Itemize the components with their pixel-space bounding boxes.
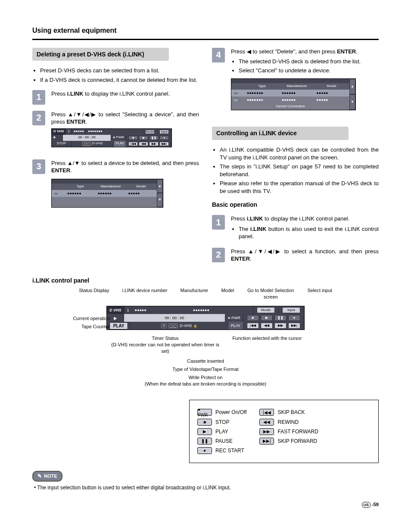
keyword-enter: ENTER	[51, 167, 70, 174]
cp-row-mid: 00 : 00 : 00 ● PWR ■ ▶ ❚❚ ●	[107, 314, 304, 322]
skip-fwd-button[interactable]: ▶▶|	[159, 142, 169, 146]
scroll-up-icon[interactable]: ▲	[349, 79, 355, 94]
top-callouts: Status Display i.LINK device number Manu…	[32, 287, 379, 300]
text: .	[356, 48, 358, 55]
table-row[interactable]: ▭ ●●●●●●● ●●●●●● ●●●●●	[231, 90, 349, 96]
bullet: Please also refer to the operation manua…	[220, 180, 379, 195]
section-heading-control: Controlling an i.LINK device	[212, 127, 349, 140]
table-row[interactable]: ▭ ●●●●●●● ●●●●●● ●●●●●	[231, 96, 349, 103]
col-manufacturer: Manufacturer	[282, 84, 312, 89]
pwr-button[interactable]: ● PWR	[111, 135, 126, 141]
cassette-icon: ◯◯	[168, 324, 178, 328]
stop-button[interactable]: ■	[128, 136, 138, 140]
callout-model: Model	[221, 287, 234, 300]
play-label: PLAY	[109, 322, 128, 330]
pwr-button[interactable]: ● PWR	[225, 314, 243, 322]
scroll-up-icon[interactable]: ▲	[157, 179, 163, 193]
step-number: 1	[212, 215, 225, 230]
callout-timer: Timer Status (D-VHS recorder can not be …	[109, 335, 221, 355]
label: Power On/Off	[215, 409, 246, 416]
figure-step2-panel: D VHS 1 ●●●●● ●●●●●●● Model Input ■ 00 :…	[51, 128, 172, 147]
legend-item-ffwd: ▶▶FAST FORWARD	[259, 428, 318, 435]
ffwd-button[interactable]: ▶▶	[274, 323, 286, 329]
scroll-down-icon[interactable]: ▼	[157, 193, 163, 207]
text: Press	[231, 215, 247, 222]
counter: 00 : 00 : 00	[63, 135, 111, 141]
dots: ●●●●●●●	[149, 306, 253, 314]
section-heading-delete: Deleting a preset D-VHS deck (i.LINK)	[32, 48, 169, 61]
text: to select "Delete", and then press	[251, 48, 337, 55]
skip-back-icon: |◀◀	[259, 409, 274, 416]
step-3: 3 Press ▲/▼ to select a device to be del…	[32, 159, 199, 214]
scrollbar[interactable]: ▲ ▼	[349, 79, 355, 110]
play-button[interactable]: ▶	[139, 136, 148, 140]
lock-icon: 🔒	[193, 324, 197, 328]
legend-item-skipfwd: ▶▶|SKIP FORWARD	[259, 438, 318, 445]
callout-tape-counter: Tape Counter	[41, 324, 110, 330]
panel-row-bot: STOP ◯◯D-VHS PLAY |◀◀◀◀▶▶▶▶|	[52, 141, 171, 147]
figure-step3-panel: Type Manufacturer Model ▭ ●●●●●● ●●●●●● …	[51, 179, 163, 208]
cell-model: ●●●●●	[316, 90, 347, 96]
bullet: The steps in "i.LINK Setup" on page 57 n…	[220, 163, 379, 178]
step-text: Press ▲/▼/◀/▶ to select a function, and …	[231, 248, 379, 263]
cp-row-top: D VHS 1 ●●●●● ●●●●●●● Model Input	[107, 306, 304, 314]
text: Press	[51, 90, 67, 97]
play-button[interactable]: ▶	[261, 315, 273, 321]
scrollbar[interactable]: ▲ ▼	[157, 179, 163, 207]
rec-button[interactable]: ●	[159, 136, 169, 140]
legend-item-play: ▶PLAY	[197, 428, 246, 435]
rewind-button[interactable]: ◀◀	[139, 142, 148, 146]
bullet: An i.LINK compatible D-VHS deck can be c…	[220, 146, 379, 161]
right-column: 4 Press ◀ to select "Delete", and then p…	[212, 48, 379, 269]
title-rule	[32, 39, 379, 40]
skip-back-button[interactable]: |◀◀	[247, 323, 259, 329]
stop-label: STOP	[52, 141, 72, 147]
text: Press	[231, 48, 247, 55]
rec-icon: ●	[197, 447, 212, 454]
cell-type: ●●●●●●	[67, 191, 93, 196]
control-panel: D VHS 1 ●●●●● ●●●●●●● Model Input 00 : 0…	[106, 306, 305, 330]
input-button[interactable]: Input	[159, 130, 169, 134]
step-2: 2 Press ▲/▼/◀/▶ to select "Selecting a d…	[32, 111, 199, 153]
col-type: Type	[67, 184, 93, 189]
dvhs-label: D-VHS	[92, 141, 103, 146]
play-small-highlight: PLAY	[228, 322, 243, 330]
control-panel-section: i.LINK control panel Status Display i.LI…	[32, 277, 379, 463]
model-button[interactable]: Model	[257, 307, 275, 313]
step-4: 4 Press ◀ to select "Delete", and then p…	[212, 48, 379, 117]
legend-item-rewind: ◀◀REWIND	[259, 419, 318, 426]
cancel-connection[interactable]: Cancel Connection	[231, 103, 349, 110]
figure-step4-panel: Type Manufacturer Model ▭ ●●●●●●● ●●●●●●…	[231, 78, 356, 110]
input-button[interactable]: Input	[282, 307, 300, 313]
step-number: 2	[32, 111, 45, 125]
skip-back-button[interactable]: |◀◀	[128, 142, 138, 146]
cell-type: ●●●●●●●	[247, 97, 277, 103]
model-button[interactable]: Model	[145, 130, 155, 134]
step-number: 4	[212, 48, 225, 62]
pwr-icon: ● PWR	[197, 409, 212, 416]
keyword-enter: ENTER	[337, 48, 356, 55]
legend-right: |◀◀SKIP BACK ◀◀REWIND ▶▶FAST FORWARD ▶▶|…	[259, 406, 318, 457]
table-row[interactable]: ▭ ●●●●●● ●●●●●● ●●●●●	[52, 190, 157, 197]
label: PAUSE	[215, 438, 233, 445]
basic-step-2: 2 Press ▲/▼/◀/▶ to select a function, an…	[212, 248, 379, 263]
col-type: Type	[247, 84, 277, 89]
left-column: Deleting a preset D-VHS deck (i.LINK) Pr…	[32, 48, 199, 269]
skip-fwd-button[interactable]: ▶▶|	[288, 323, 300, 329]
left-callouts: Current operation Tape Counter	[41, 315, 110, 330]
ffwd-icon: ▶▶	[259, 428, 274, 435]
bottom-callouts: Cassette inserted Type of Videotape/Tape…	[32, 358, 379, 387]
scroll-down-icon[interactable]: ▼	[349, 94, 355, 110]
play-icon: ▶	[197, 428, 212, 435]
stop-button[interactable]: ■	[247, 315, 259, 321]
pause-button[interactable]: ❚❚	[274, 315, 286, 321]
rewind-button[interactable]: ◀◀	[261, 323, 273, 329]
rec-button[interactable]: ●	[288, 315, 300, 321]
ffwd-button[interactable]: ▶▶	[149, 142, 159, 146]
arrow-glyph: ◀	[247, 48, 251, 55]
counter: 00 : 00 : 00	[124, 314, 225, 322]
text: Press	[51, 160, 67, 166]
text: to display the i.LINK control panel.	[263, 215, 349, 222]
pause-button[interactable]: ❚❚	[149, 136, 159, 140]
intro-bullets: Preset D-VHS decks can be selected from …	[32, 67, 199, 84]
